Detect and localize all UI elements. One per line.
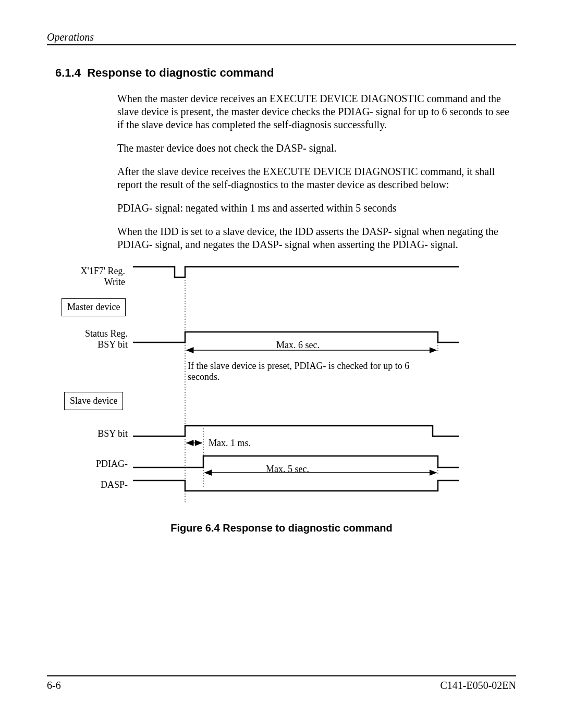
paragraph: When the IDD is set to a slave device, t… xyxy=(117,225,511,251)
paragraph: When the master device receives an EXECU… xyxy=(117,92,511,131)
figure-caption: Figure 6.4 Response to diagnostic comman… xyxy=(47,522,516,534)
section-number: 6.1.4 xyxy=(55,66,81,79)
paragraph: After the slave device receives the EXEC… xyxy=(117,165,511,191)
timing-svg xyxy=(47,262,516,507)
page-number: 6-6 xyxy=(47,680,61,692)
section-heading: 6.1.4 Response to diagnostic command xyxy=(55,66,516,80)
section-title: Response to diagnostic command xyxy=(87,66,274,79)
doc-id: C141-E050-02EN xyxy=(440,680,516,692)
paragraph: The master device does not check the DAS… xyxy=(117,142,511,155)
timing-diagram: X'1F7' Reg. Write Master device Status R… xyxy=(47,262,516,507)
running-header: Operations xyxy=(47,31,516,45)
paragraph: PDIAG- signal: negated within 1 ms and a… xyxy=(117,202,511,215)
page-footer: 6-6 C141-E050-02EN xyxy=(47,675,516,692)
